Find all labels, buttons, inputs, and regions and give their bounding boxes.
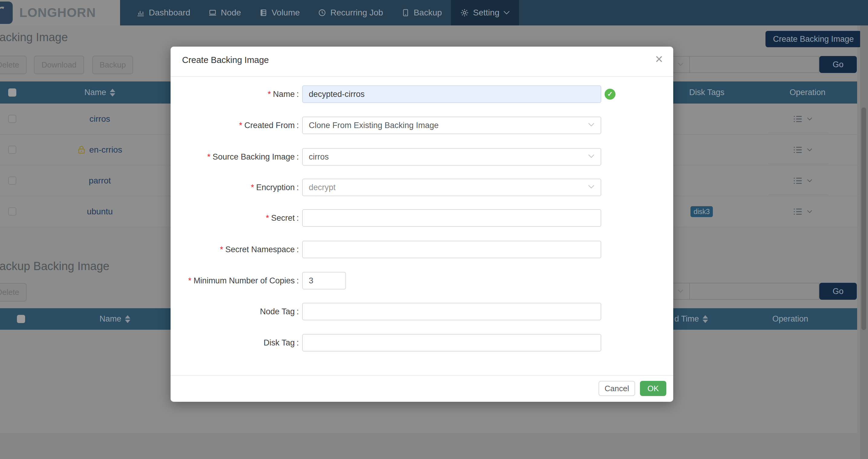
divider <box>768 164 829 164</box>
lock-icon <box>78 145 86 154</box>
backing-image-name-link[interactable]: ubuntu <box>55 196 145 227</box>
bar-chart-icon <box>136 8 145 17</box>
required-asterisk: * <box>220 245 223 254</box>
column-header-name[interactable]: Name <box>55 81 145 104</box>
list-operation-icon <box>793 145 803 155</box>
operation-dropdown[interactable] <box>772 165 833 196</box>
nav-item-recurring-job[interactable]: Recurring Job <box>309 0 392 25</box>
ok-button[interactable]: OK <box>640 381 666 396</box>
column-header-time[interactable]: d Time <box>675 308 714 330</box>
chevron-down-icon <box>807 148 812 152</box>
column-header-operation: Operation <box>777 81 838 104</box>
operation-dropdown[interactable] <box>772 104 833 134</box>
search-field-select[interactable] <box>650 283 819 300</box>
chevron-down-icon <box>678 289 683 293</box>
field-label: Name <box>273 90 294 99</box>
list-operation-icon <box>793 176 803 185</box>
search-field-select[interactable] <box>650 56 819 73</box>
nav-item-volume[interactable]: Volume <box>250 0 309 25</box>
nav-label: Setting <box>473 8 499 18</box>
sort-carets-icon[interactable] <box>125 315 130 323</box>
nav-label: Dashboard <box>149 8 190 18</box>
field-label: Encryption <box>256 183 295 192</box>
row-checkbox[interactable] <box>8 176 16 185</box>
nav-item-node[interactable]: Node <box>199 0 250 25</box>
modal-title: Create Backing Image <box>182 55 269 65</box>
nav-item-backup[interactable]: Backup <box>392 0 451 25</box>
required-asterisk: * <box>266 213 269 223</box>
disk-tag-badge: disk3 <box>690 206 713 217</box>
form-row-disk-tag: Disk Tag: <box>170 334 673 351</box>
section-title-backup-backing-image: Backup Backing Image <box>0 260 110 273</box>
backing-image-name-link[interactable]: parrot <box>55 165 145 196</box>
page-title: Backing Image <box>0 31 68 44</box>
form-row-node-tag: Node Tag: <box>170 303 673 320</box>
brand-name: LONGHORN <box>19 5 96 20</box>
nav-item-setting[interactable]: Setting <box>451 0 519 25</box>
tablet-icon <box>401 8 410 17</box>
field-label: Secret <box>271 213 294 223</box>
backup-button[interactable]: Backup <box>92 56 133 74</box>
column-header-disk-tags: Disk Tags <box>677 81 737 104</box>
nav-label: Node <box>221 8 241 18</box>
chevron-down-icon <box>588 154 595 159</box>
list-operation-icon <box>793 114 803 124</box>
field-label: Secret Namespace <box>225 245 295 254</box>
source-backing-image-select[interactable]: cirros <box>302 148 601 166</box>
delete-button[interactable]: Delete <box>0 283 27 302</box>
cancel-button[interactable]: Cancel <box>598 381 635 396</box>
required-asterisk: * <box>188 276 191 286</box>
field-label: Node Tag <box>260 307 294 316</box>
created-from-select[interactable]: Clone From Existing Backing Image <box>302 117 601 134</box>
disk-tag-input[interactable] <box>302 334 601 351</box>
field-label: Created From <box>244 121 295 130</box>
sort-carets-icon[interactable] <box>703 315 708 323</box>
nav-label: Volume <box>272 8 300 18</box>
select-all-checkbox[interactable] <box>8 88 16 96</box>
operation-dropdown[interactable] <box>772 135 833 165</box>
nav-item-dashboard[interactable]: Dashboard <box>127 0 199 25</box>
chevron-down-icon <box>588 185 595 189</box>
check-circle-icon: ✓ <box>604 89 616 99</box>
operation-dropdown[interactable] <box>772 196 833 227</box>
nav-label: Backup <box>414 8 442 18</box>
name-input[interactable]: decypted-cirros <box>302 85 601 103</box>
field-label: Disk Tag <box>264 338 294 348</box>
required-asterisk: * <box>239 121 242 130</box>
go-button[interactable]: Go <box>819 56 857 73</box>
sort-carets-icon[interactable] <box>110 89 115 96</box>
row-checkbox[interactable] <box>8 207 16 216</box>
scrollbar-thumb[interactable] <box>861 108 866 330</box>
logo[interactable]: LONGHORN <box>0 0 120 25</box>
column-header-operation: Operation <box>760 308 820 330</box>
nav-label: Recurring Job <box>330 8 383 18</box>
form-row-secret-namespace: *Secret Namespace: <box>170 241 673 258</box>
secret-namespace-input[interactable] <box>302 241 601 258</box>
row-checkbox[interactable] <box>8 115 16 123</box>
form-row-created-from: *Created From: Clone From Existing Backi… <box>170 117 673 134</box>
secret-input[interactable] <box>302 209 601 227</box>
chevron-down-icon <box>807 210 812 213</box>
backing-image-name-link[interactable]: en-crrios <box>55 135 145 165</box>
longhorn-logo-icon <box>0 1 13 24</box>
divider <box>689 57 690 73</box>
delete-button[interactable]: Delete <box>0 56 27 74</box>
download-button[interactable]: Download <box>34 56 84 74</box>
backing-image-name-link[interactable]: cirros <box>55 104 145 134</box>
encryption-select[interactable]: decrypt <box>302 179 601 196</box>
go-button[interactable]: Go <box>819 283 857 300</box>
chevron-down-icon <box>807 117 812 121</box>
select-all-checkbox[interactable] <box>17 315 25 323</box>
column-header-name[interactable]: Name <box>69 308 160 330</box>
minimum-copies-input[interactable]: 3 <box>302 272 346 289</box>
create-backing-image-button[interactable]: Create Backing Image <box>766 31 861 47</box>
database-icon <box>259 8 268 17</box>
close-icon[interactable]: × <box>651 51 667 67</box>
gear-icon <box>460 8 469 17</box>
node-tag-input[interactable] <box>302 303 601 320</box>
required-asterisk: * <box>268 90 271 99</box>
nav-menu: Dashboard Node Volume Recurring Job Back… <box>127 0 519 25</box>
divider <box>768 194 829 195</box>
field-label: Minimum Number of Copies <box>193 276 295 286</box>
row-checkbox[interactable] <box>8 146 16 154</box>
